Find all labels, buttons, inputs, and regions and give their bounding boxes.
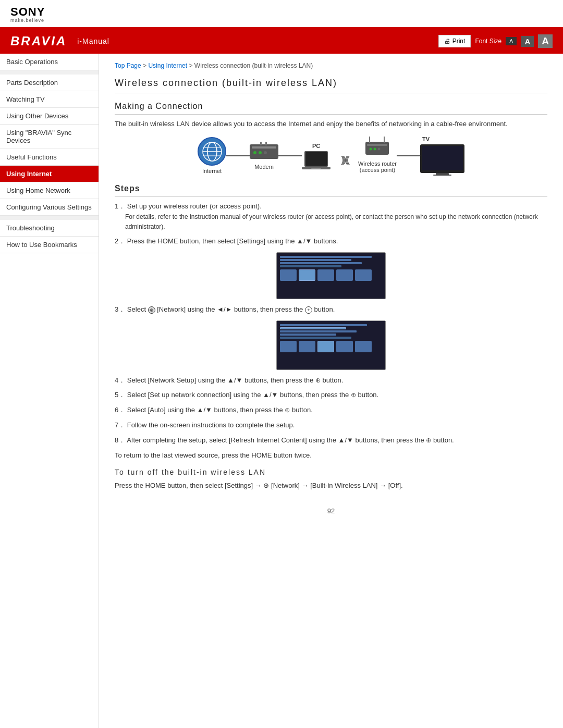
tv-label: TV bbox=[422, 136, 430, 142]
step-2-num: 2． bbox=[115, 237, 125, 245]
page-title: Wireless connection (built-in wireless L… bbox=[115, 78, 547, 93]
sub-title-wireless-off: To turn off the built-in wireless LAN bbox=[115, 468, 547, 476]
step-7-num: 7． bbox=[115, 421, 125, 429]
font-size-label: Font Size bbox=[475, 38, 501, 45]
tv-svg bbox=[420, 144, 464, 176]
diagram-internet: Internet bbox=[198, 137, 226, 174]
wireless-waves: ))) ((( bbox=[341, 154, 348, 165]
diagram-tv: TV bbox=[420, 136, 464, 176]
header-left: BRAVIA i-Manual bbox=[10, 34, 109, 48]
svg-rect-27 bbox=[433, 175, 451, 176]
diagram-modem: Modem bbox=[250, 142, 278, 170]
sidebar-item-bookmarks[interactable]: How to Use Bookmarks bbox=[0, 237, 99, 253]
svg-rect-11 bbox=[265, 142, 267, 145]
step-5-text: Select [Set up network connection] using… bbox=[127, 391, 378, 399]
sony-logo: SONY make.believe bbox=[10, 6, 553, 23]
screenshot-2 bbox=[115, 320, 547, 370]
sidebar-item-configuring-settings[interactable]: Configuring Various Settings bbox=[0, 199, 99, 216]
screenshot-2-img bbox=[276, 320, 386, 370]
step-5: 5． Select [Set up network connection] us… bbox=[115, 390, 547, 401]
main-layout: Basic Operations Parts Description Watch… bbox=[0, 54, 563, 728]
step-1: 1． Set up your wireless router (or acces… bbox=[115, 201, 547, 232]
sidebar-item-using-internet[interactable]: Using Internet bbox=[0, 166, 99, 182]
breadcrumb-top-page[interactable]: Top Page bbox=[115, 62, 141, 69]
svg-rect-25 bbox=[422, 146, 463, 170]
step-5-num: 5． bbox=[115, 391, 125, 399]
screenshot-1-img bbox=[276, 252, 386, 299]
step-1-text: Set up your wireless router (or access p… bbox=[127, 202, 262, 210]
header-bar: BRAVIA i-Manual 🖨 Print Font Size A A A bbox=[0, 29, 563, 54]
svg-rect-13 bbox=[305, 152, 327, 166]
pc-label: PC bbox=[312, 143, 320, 149]
breadcrumb: Top Page > Using Internet > Wireless con… bbox=[115, 62, 547, 69]
svg-point-20 bbox=[378, 147, 381, 150]
router-label: Wireless router (access point) bbox=[358, 161, 397, 173]
step-4: 4． Select [Network Setup] using the ▲/▼ … bbox=[115, 375, 547, 386]
sidebar-item-using-bravia-sync[interactable]: Using "BRAVIA" Sync Devices bbox=[0, 125, 99, 149]
sidebar-item-using-other-devices[interactable]: Using Other Devices bbox=[0, 108, 99, 125]
modem-svg bbox=[250, 142, 278, 162]
sidebar-item-basic-operations[interactable]: Basic Operations bbox=[0, 54, 99, 70]
diagram-router: Wireless router (access point) bbox=[358, 137, 397, 173]
step-7-text: Follow the on-screen instructions to com… bbox=[127, 421, 295, 429]
sidebar-item-troubleshooting[interactable]: Troubleshooting bbox=[0, 220, 99, 237]
sidebar: Basic Operations Parts Description Watch… bbox=[0, 54, 99, 728]
font-large-button[interactable]: A bbox=[538, 34, 553, 48]
svg-rect-21 bbox=[369, 137, 370, 143]
page-number: 92 bbox=[115, 502, 547, 520]
section-making-connection: Making a Connection bbox=[115, 102, 547, 115]
font-medium-button[interactable]: A bbox=[521, 36, 534, 47]
imanual-label: i-Manual bbox=[77, 37, 109, 45]
header-right: 🖨 Print Font Size A A A bbox=[438, 34, 553, 48]
step-4-num: 4． bbox=[115, 376, 125, 384]
step-6: 6． Select [Auto] using the ▲/▼ buttons, … bbox=[115, 405, 547, 416]
step-7: 7． Follow the on-screen instructions to … bbox=[115, 420, 547, 431]
step-3: 3． Select ⊕ [Network] using the ◄/► butt… bbox=[115, 304, 547, 315]
sidebar-item-using-home-network[interactable]: Using Home Network bbox=[0, 182, 99, 199]
sidebar-item-watching-tv[interactable]: Watching TV bbox=[0, 91, 99, 108]
svg-point-19 bbox=[374, 147, 376, 150]
steps-title: Steps bbox=[115, 184, 547, 197]
diagram-center: PC ))) ((( bbox=[302, 137, 397, 175]
step-3-num: 3． bbox=[115, 305, 125, 313]
breadcrumb-using-internet[interactable]: Using Internet bbox=[148, 62, 187, 69]
laptop-svg bbox=[302, 151, 331, 173]
step-1-num: 1． bbox=[115, 202, 125, 210]
diagram-pc: PC bbox=[302, 143, 331, 173]
content-area: Top Page > Using Internet > Wireless con… bbox=[99, 54, 563, 728]
top-bar: SONY make.believe bbox=[0, 0, 563, 29]
diagram-pc-router: PC ))) ((( bbox=[302, 137, 397, 173]
step-1-sub: For details, refer to the instruction ma… bbox=[125, 212, 547, 232]
step-8-num: 8． bbox=[115, 436, 125, 444]
svg-rect-17 bbox=[367, 144, 387, 146]
screenshot-1 bbox=[115, 252, 547, 299]
svg-point-7 bbox=[253, 151, 256, 154]
svg-point-18 bbox=[370, 147, 372, 150]
step-3-text: Select ⊕ [Network] using the ◄/► buttons… bbox=[127, 305, 335, 313]
line3 bbox=[397, 155, 420, 156]
sidebar-item-parts-description[interactable]: Parts Description bbox=[0, 75, 99, 91]
line1 bbox=[226, 155, 250, 156]
svg-rect-22 bbox=[384, 137, 385, 143]
font-small-button[interactable]: A bbox=[506, 37, 517, 45]
intro-text: The built-in wireless LAN device allows … bbox=[115, 119, 547, 130]
svg-rect-15 bbox=[311, 168, 321, 169]
connection-diagram: Internet Modem bbox=[115, 136, 547, 176]
svg-point-8 bbox=[259, 151, 262, 154]
breadcrumb-current: Wireless connection (built-in wireless L… bbox=[194, 62, 313, 69]
svg-rect-6 bbox=[252, 146, 276, 149]
bravia-brand: BRAVIA bbox=[10, 34, 67, 48]
step-8-text: After completing the setup, select [Refr… bbox=[127, 436, 454, 444]
router-svg bbox=[363, 137, 391, 158]
step-6-num: 6． bbox=[115, 406, 125, 414]
svg-point-9 bbox=[264, 151, 267, 154]
svg-rect-10 bbox=[260, 142, 262, 145]
print-button[interactable]: 🖨 Print bbox=[438, 35, 471, 47]
svg-rect-16 bbox=[365, 142, 389, 155]
step-8: 8． After completing the setup, select [R… bbox=[115, 435, 547, 446]
sidebar-item-useful-functions[interactable]: Useful Functions bbox=[0, 149, 99, 166]
line2 bbox=[278, 155, 302, 156]
step-6-text: Select [Auto] using the ▲/▼ buttons, the… bbox=[127, 406, 313, 414]
globe-svg bbox=[202, 141, 223, 162]
modem-label: Modem bbox=[254, 164, 274, 170]
